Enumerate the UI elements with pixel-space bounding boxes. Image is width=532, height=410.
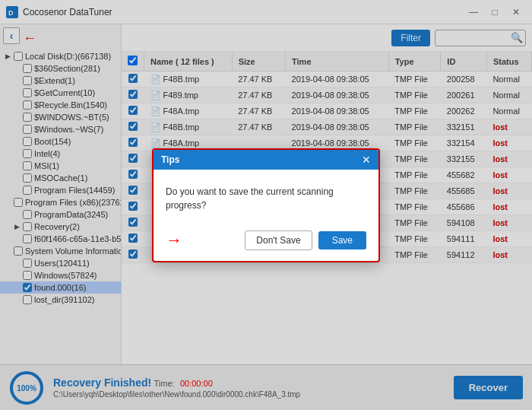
dialog-message: Do you want to save the current scanning…: [166, 185, 366, 212]
dialog-footer: → Don't Save Save: [154, 224, 378, 261]
dialog-body: Do you want to save the current scanning…: [154, 170, 378, 224]
save-button[interactable]: Save: [318, 231, 366, 249]
dialog-header: Tips ✕: [154, 150, 378, 170]
tips-dialog: Tips ✕ Do you want to save the current s…: [152, 148, 380, 262]
dialog-title: Tips: [161, 154, 179, 165]
dialog-overlay: Tips ✕ Do you want to save the current s…: [0, 0, 532, 410]
dialog-red-arrow: →: [166, 230, 182, 250]
dont-save-button[interactable]: Don't Save: [245, 230, 312, 250]
dialog-close-button[interactable]: ✕: [362, 154, 371, 165]
